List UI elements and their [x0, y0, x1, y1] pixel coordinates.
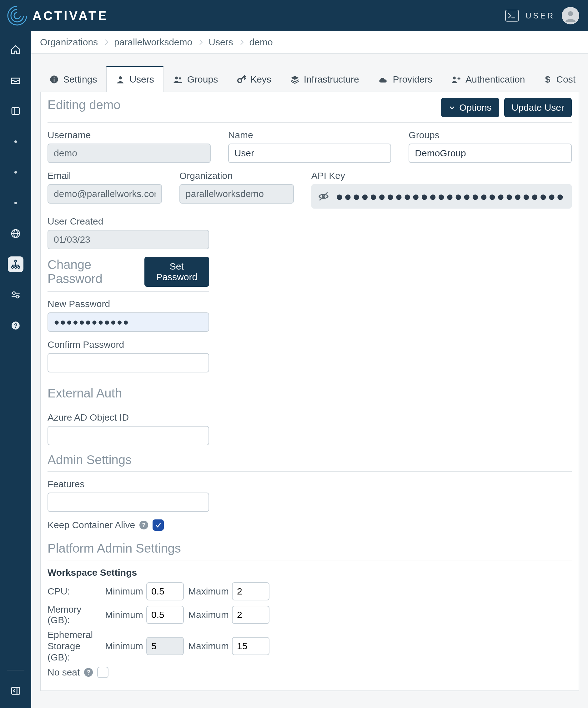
sidebar-item-dot-3[interactable] — [8, 195, 24, 211]
avatar-icon — [564, 9, 577, 22]
panels-icon — [11, 106, 21, 116]
no-seat-checkbox[interactable] — [97, 667, 109, 678]
sidebar-item-dot-2[interactable] — [8, 165, 24, 180]
confirm-password-field[interactable] — [48, 353, 209, 373]
created-label: User Created — [48, 216, 209, 227]
new-password-label: New Password — [48, 299, 209, 309]
tab-label: Keys — [250, 74, 271, 85]
admin-settings-heading: Admin Settings — [48, 453, 572, 471]
tab-groups[interactable]: Groups — [163, 66, 227, 92]
tab-label: Authentication — [465, 74, 525, 85]
options-button[interactable]: Options — [441, 98, 499, 117]
sidebar-inbox[interactable] — [8, 72, 24, 88]
svg-point-12 — [11, 266, 13, 268]
sidebar-org[interactable] — [8, 257, 24, 272]
svg-point-5 — [568, 11, 573, 16]
created-field — [48, 230, 209, 249]
username-field — [48, 144, 211, 163]
org-tree-icon — [10, 259, 21, 270]
svg-point-29 — [175, 76, 178, 79]
cloud-icon — [378, 75, 389, 84]
email-label: Email — [48, 171, 162, 181]
eph-max-input[interactable] — [232, 637, 270, 655]
cpu-max-input[interactable] — [232, 582, 270, 600]
new-password-field[interactable]: ●●●●●●●●●●●● — [48, 313, 209, 332]
breadcrumb-item[interactable]: parallelworksdemo — [110, 36, 198, 49]
chevron-right-icon — [239, 38, 245, 46]
tab-infrastructure[interactable]: Infrastructure — [281, 66, 369, 92]
sidebar-globe[interactable] — [8, 226, 24, 241]
tab-label: Cost — [556, 74, 576, 85]
globe-icon — [10, 228, 21, 239]
help-icon[interactable]: ? — [84, 668, 93, 677]
svg-rect-6 — [12, 108, 20, 114]
organization-field — [179, 184, 294, 204]
sidebar-collapse[interactable] — [10, 685, 21, 696]
set-password-label: Set Password — [152, 261, 202, 283]
tab-label: Providers — [393, 74, 433, 85]
tab-settings[interactable]: Settings — [40, 66, 106, 92]
brand-logo-icon — [6, 5, 28, 27]
tabs: Settings Users Groups Keys Infrastructur… — [40, 66, 579, 92]
tab-keys[interactable]: Keys — [227, 66, 281, 92]
apikey-label: API Key — [311, 171, 572, 181]
azure-object-id-field[interactable] — [48, 426, 209, 445]
features-label: Features — [48, 479, 209, 490]
ws-eph-label: Ephemeral Storage (GB): — [48, 629, 101, 663]
mem-max-input[interactable] — [232, 606, 270, 624]
tab-webhooks[interactable]: Webhooks — [585, 66, 588, 92]
svg-line-35 — [319, 192, 328, 201]
tab-users[interactable]: Users — [106, 66, 163, 92]
external-auth-heading: External Auth — [48, 386, 572, 405]
layers-icon — [290, 75, 300, 84]
help-icon[interactable]: ? — [140, 521, 148, 529]
tab-cost[interactable]: $ Cost — [534, 66, 585, 92]
set-password-button[interactable]: Set Password — [145, 257, 209, 287]
confirm-password-label: Confirm Password — [48, 339, 209, 350]
breadcrumb-item[interactable]: Organizations — [38, 36, 103, 49]
sidebar-home[interactable] — [8, 42, 24, 58]
azure-label: Azure AD Object ID — [48, 412, 209, 423]
eye-off-icon[interactable] — [318, 191, 329, 202]
chevron-right-icon — [198, 38, 204, 46]
ws-cpu-label: CPU: — [48, 586, 101, 597]
groups-field[interactable] — [409, 144, 572, 163]
page-title: Editing demo — [48, 98, 120, 112]
organization-label: Organization — [179, 171, 294, 181]
sidebar-item-dot-1[interactable] — [8, 134, 24, 149]
cpu-min-input[interactable] — [146, 582, 184, 600]
check-icon — [155, 522, 162, 529]
sidebar-divider — [7, 670, 24, 671]
username-label: Username — [48, 130, 211, 140]
panel: Editing demo Options Update User — [40, 92, 579, 691]
sidebar-panels[interactable] — [8, 103, 24, 119]
ws-max-label: Maximum — [188, 641, 228, 651]
change-password-heading: Change Password — [48, 258, 136, 286]
keep-container-checkbox[interactable] — [153, 520, 164, 531]
mem-min-input[interactable] — [146, 606, 184, 624]
svg-point-11 — [15, 260, 17, 262]
help-circle-icon: ? — [10, 320, 21, 331]
brand[interactable]: ACTIVATE — [6, 5, 108, 27]
email-field — [48, 184, 162, 204]
svg-point-15 — [12, 292, 15, 295]
auth-icon — [451, 75, 461, 84]
key-icon — [237, 75, 246, 84]
svg-point-30 — [179, 77, 181, 80]
avatar[interactable] — [562, 7, 579, 24]
ws-max-label: Maximum — [188, 586, 228, 597]
terminal-button[interactable] — [505, 10, 519, 22]
collapse-icon — [10, 685, 21, 696]
user-label: USER — [526, 11, 555, 20]
tab-authentication[interactable]: Authentication — [442, 66, 534, 92]
page: Organizations parallelworksdemo Users de… — [31, 31, 588, 708]
sidebar-settings[interactable] — [8, 287, 24, 303]
name-field[interactable] — [228, 144, 391, 163]
breadcrumb-item[interactable]: Users — [204, 36, 239, 49]
svg-point-13 — [15, 266, 17, 268]
features-field[interactable] — [48, 493, 209, 512]
breadcrumb-item[interactable]: demo — [245, 36, 279, 49]
sidebar-help[interactable]: ? — [8, 318, 24, 333]
tab-providers[interactable]: Providers — [369, 66, 442, 92]
update-user-button[interactable]: Update User — [504, 98, 572, 117]
